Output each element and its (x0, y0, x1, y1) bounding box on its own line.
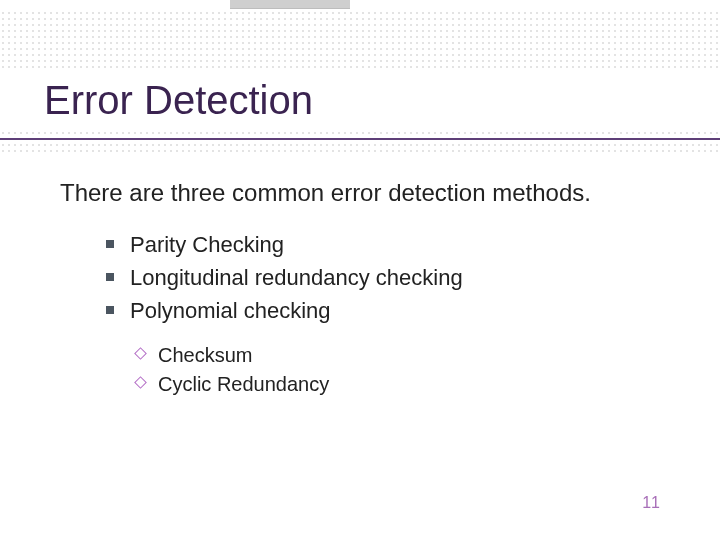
square-bullet-icon (106, 273, 114, 281)
page-number: 11 (642, 494, 660, 512)
methods-list: Parity Checking Longitudinal redundancy … (106, 228, 660, 327)
slide-title: Error Detection (44, 78, 313, 123)
lead-text: There are three common error detection m… (60, 178, 660, 208)
slide: Error Detection There are three common e… (0, 0, 720, 540)
slide-body: There are three common error detection m… (60, 178, 660, 399)
list-item-label: Parity Checking (130, 232, 284, 257)
list-item-label: Longitudinal redundancy checking (130, 265, 463, 290)
list-item: Longitudinal redundancy checking (106, 261, 660, 294)
list-item: Polynomial checking (106, 294, 660, 327)
decorative-dots-upper (0, 10, 720, 70)
square-bullet-icon (106, 240, 114, 248)
subitems-list: Checksum Cyclic Redundancy (136, 341, 660, 399)
list-item-label: Polynomial checking (130, 298, 331, 323)
list-item: Parity Checking (106, 228, 660, 261)
diamond-bullet-icon (134, 376, 147, 389)
list-item: Checksum (136, 341, 660, 370)
square-bullet-icon (106, 306, 114, 314)
decorative-dots-lower (0, 130, 720, 156)
list-item: Cyclic Redundancy (136, 370, 660, 399)
list-item-label: Cyclic Redundancy (158, 373, 329, 395)
list-item-label: Checksum (158, 344, 252, 366)
diamond-bullet-icon (134, 347, 147, 360)
decorative-top-block (230, 0, 350, 9)
title-underline (0, 138, 720, 140)
